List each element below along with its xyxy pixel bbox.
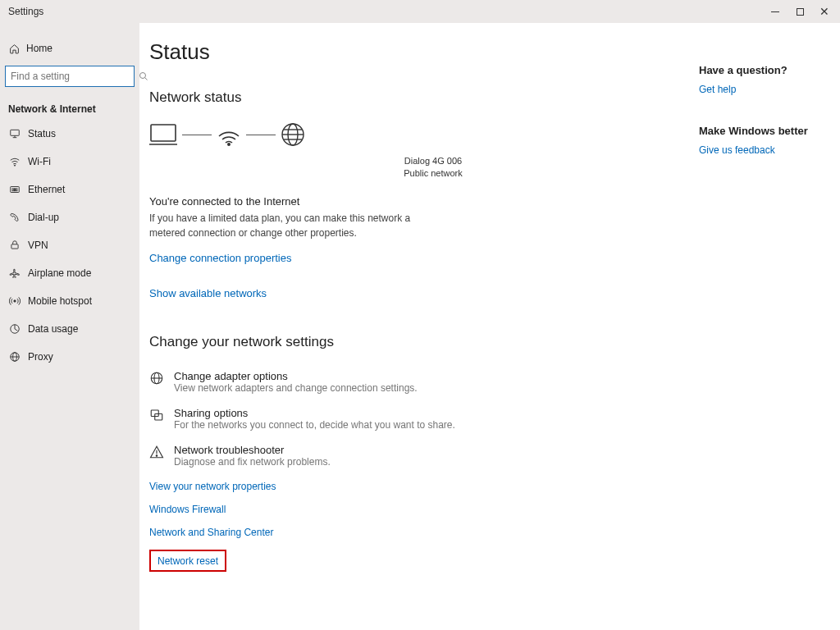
- change-adapter-options[interactable]: Change adapter options View network adap…: [149, 370, 674, 394]
- svg-rect-7: [12, 189, 13, 191]
- change-connection-properties-link[interactable]: Change connection properties: [149, 252, 291, 264]
- sidebar-item-vpn[interactable]: VPN: [0, 231, 139, 259]
- svg-point-30: [156, 455, 158, 457]
- app-title: Settings: [8, 6, 43, 17]
- device-icon: [149, 123, 177, 146]
- network-diagram: [149, 122, 674, 147]
- setting-title: Change adapter options: [174, 370, 418, 382]
- svg-point-5: [14, 165, 15, 166]
- page-title: Status: [149, 39, 674, 65]
- svg-rect-6: [11, 187, 20, 193]
- setting-title: Network troubleshooter: [174, 444, 331, 456]
- sidebar-item-label: Dial-up: [28, 212, 59, 223]
- setting-desc: Diagnose and fix network problems.: [174, 456, 331, 468]
- windows-firewall-link[interactable]: Windows Firewall: [149, 504, 674, 515]
- close-button[interactable]: ✕: [812, 2, 837, 21]
- airplane-icon: [8, 267, 21, 279]
- svg-rect-10: [11, 244, 18, 249]
- home-icon: [8, 43, 20, 54]
- ethernet-icon: [8, 184, 21, 195]
- sidebar-item-wifi[interactable]: Wi-Fi: [0, 148, 139, 176]
- aside-better-heading: Make Windows better: [699, 125, 830, 137]
- sidebar-item-label: VPN: [28, 240, 48, 251]
- svg-rect-8: [14, 189, 15, 191]
- sidebar-item-dialup[interactable]: Dial-up: [0, 203, 139, 231]
- svg-point-0: [140, 73, 146, 79]
- maximize-button[interactable]: [788, 2, 812, 21]
- datausage-icon: [8, 323, 21, 335]
- vpn-icon: [8, 240, 21, 251]
- svg-rect-9: [16, 189, 17, 191]
- sidebar-item-proxy[interactable]: Proxy: [0, 343, 139, 371]
- wifi-signal-icon: [217, 123, 241, 146]
- minimize-button[interactable]: [763, 2, 788, 21]
- show-available-networks-link[interactable]: Show available networks: [149, 287, 267, 299]
- connected-title: You're connected to the Internet: [149, 195, 674, 208]
- sidebar-item-label: Data usage: [28, 323, 78, 335]
- search-box[interactable]: [5, 66, 135, 87]
- sidebar-item-airplane[interactable]: Airplane mode: [0, 259, 139, 287]
- sidebar-item-label: Airplane mode: [28, 267, 91, 279]
- network-sharing-center-link[interactable]: Network and Sharing Center: [149, 527, 674, 538]
- view-network-properties-link[interactable]: View your network properties: [149, 481, 674, 492]
- network-reset-link[interactable]: Network reset: [158, 555, 218, 567]
- sharing-options[interactable]: Sharing options For the networks you con…: [149, 407, 674, 431]
- feedback-link[interactable]: Give us feedback: [699, 144, 775, 156]
- svg-rect-16: [151, 125, 176, 141]
- network-reset-highlight: Network reset: [149, 550, 226, 572]
- get-help-link[interactable]: Get help: [699, 84, 736, 95]
- setting-title: Sharing options: [174, 407, 455, 419]
- globe-icon: [281, 122, 305, 147]
- window-controls: ✕: [763, 2, 837, 21]
- search-icon: [139, 71, 148, 81]
- setting-desc: View network adapters and change connect…: [174, 382, 418, 394]
- home-nav[interactable]: Home: [0, 38, 139, 59]
- sidebar-item-label: Wi-Fi: [28, 156, 51, 167]
- sidebar-item-ethernet[interactable]: Ethernet: [0, 176, 139, 203]
- change-settings-heading: Change your network settings: [149, 334, 674, 350]
- status-icon: [8, 128, 21, 139]
- sidebar-item-label: Ethernet: [28, 184, 65, 195]
- adapter-icon: [149, 370, 167, 386]
- sidebar-item-label: Mobile hotspot: [28, 295, 92, 307]
- sharing-icon: [149, 407, 167, 422]
- connection-caption: Dialog 4G 006 Public network: [192, 155, 674, 180]
- connection-type: Public network: [192, 167, 674, 180]
- svg-point-18: [228, 144, 230, 145]
- sidebar-item-status[interactable]: Status: [0, 120, 139, 148]
- sidebar-item-label: Status: [28, 128, 56, 139]
- connected-body: If you have a limited data plan, you can…: [149, 211, 445, 240]
- wifi-icon: [8, 156, 21, 167]
- sidebar: Home Network & Internet Status: [0, 23, 139, 630]
- network-status-heading: Network status: [149, 89, 674, 106]
- svg-rect-2: [11, 130, 20, 135]
- dialup-icon: [8, 212, 21, 223]
- troubleshoot-icon: [149, 444, 167, 459]
- sidebar-item-hotspot[interactable]: Mobile hotspot: [0, 287, 139, 315]
- hotspot-icon: [8, 295, 21, 307]
- home-label: Home: [26, 43, 52, 54]
- sidebar-category: Network & Internet: [0, 94, 139, 120]
- proxy-icon: [8, 351, 21, 363]
- search-input[interactable]: [6, 71, 139, 82]
- sidebar-item-datausage[interactable]: Data usage: [0, 315, 139, 343]
- aside-question-heading: Have a question?: [699, 64, 830, 76]
- setting-desc: For the networks you connect to, decide …: [174, 419, 455, 431]
- network-troubleshooter[interactable]: Network troubleshooter Diagnose and fix …: [149, 444, 674, 468]
- svg-point-11: [14, 300, 16, 302]
- connection-name: Dialog 4G 006: [192, 155, 674, 167]
- sidebar-item-label: Proxy: [28, 351, 53, 363]
- svg-line-1: [145, 78, 148, 80]
- titlebar: Settings ✕: [0, 0, 840, 23]
